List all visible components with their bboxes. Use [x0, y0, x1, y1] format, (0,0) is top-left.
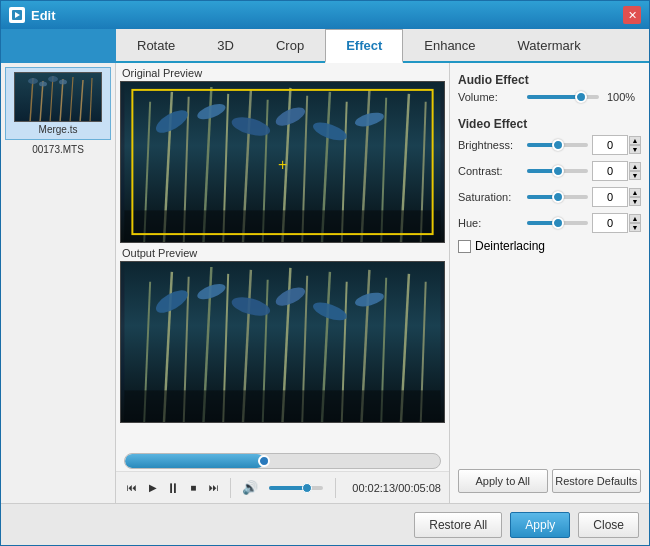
file-thumb-inner	[15, 73, 101, 121]
main-video-area: Original Preview	[116, 63, 449, 503]
controls-divider	[230, 478, 231, 498]
file-list: Merge.ts 00173.MTS	[1, 63, 116, 503]
audio-effect-section: Audio Effect Volume: 100%	[458, 73, 641, 109]
brightness-thumb[interactable]	[552, 139, 564, 151]
saturation-down[interactable]: ▼	[629, 197, 641, 206]
time-divider	[335, 478, 336, 498]
bottom-buttons: Restore All Apply Close	[1, 503, 649, 545]
brightness-value[interactable]: 0	[592, 135, 628, 155]
file-item-merge[interactable]: Merge.ts	[5, 67, 111, 140]
video-effect-title: Video Effect	[458, 117, 641, 131]
svg-rect-2	[15, 73, 102, 122]
time-display: 00:02:13/00:05:08	[352, 482, 441, 494]
hue-label: Hue:	[458, 217, 523, 229]
previews-area: Original Preview	[116, 63, 449, 449]
saturation-value[interactable]: 0	[592, 187, 628, 207]
svg-point-12	[48, 76, 58, 82]
volume-fill-audio	[527, 95, 581, 99]
tabs-bar: Rotate 3D Crop Effect Enhance Watermark	[116, 29, 649, 63]
volume-slider[interactable]	[269, 486, 324, 490]
contrast-track[interactable]	[527, 169, 588, 173]
original-video-inner: +	[121, 82, 444, 242]
right-panel: Audio Effect Volume: 100% Video Effect B…	[449, 63, 649, 503]
volume-icon: 🔊	[239, 479, 261, 497]
play-button[interactable]: ▶	[144, 479, 160, 497]
file-item-mts[interactable]: 00173.MTS	[5, 140, 111, 159]
volume-label: Volume:	[458, 91, 523, 103]
svg-point-10	[28, 78, 38, 84]
hue-up[interactable]: ▲	[629, 214, 641, 223]
brightness-down[interactable]: ▼	[629, 145, 641, 154]
hue-down[interactable]: ▼	[629, 223, 641, 232]
brightness-spinbox: 0 ▲ ▼	[592, 135, 641, 155]
saturation-track[interactable]	[527, 195, 588, 199]
timeline-bar[interactable]	[124, 453, 441, 469]
timeline-thumb[interactable]	[258, 455, 270, 467]
skip-fwd-button[interactable]: ⏭	[206, 479, 222, 497]
brightness-up[interactable]: ▲	[629, 136, 641, 145]
tab-rotate[interactable]: Rotate	[116, 29, 196, 61]
brightness-track[interactable]	[527, 143, 588, 147]
hue-arrows: ▲ ▼	[629, 214, 641, 232]
saturation-row: Saturation: 0 ▲ ▼	[458, 187, 641, 207]
file-name-mts: 00173.MTS	[32, 144, 84, 155]
right-panel-buttons: Apply to All Restore Defaults	[458, 469, 641, 493]
tab-watermark[interactable]: Watermark	[497, 29, 602, 61]
file-name-merge: Merge.ts	[39, 124, 78, 135]
output-video-inner	[121, 262, 444, 422]
saturation-thumb[interactable]	[552, 191, 564, 203]
hue-thumb[interactable]	[552, 217, 564, 229]
deinterlace-row: Deinterlacing	[458, 239, 641, 253]
hue-value[interactable]: 0	[592, 213, 628, 233]
hue-row: Hue: 0 ▲ ▼	[458, 213, 641, 233]
svg-point-11	[39, 82, 47, 87]
restore-defaults-button[interactable]: Restore Defaults	[552, 469, 642, 493]
skip-back-button[interactable]: ⏮	[124, 479, 140, 497]
original-video-svg: +	[121, 82, 444, 242]
pause-button[interactable]: ⏸	[165, 479, 181, 497]
contrast-arrows: ▲ ▼	[629, 162, 641, 180]
hue-spinbox: 0 ▲ ▼	[592, 213, 641, 233]
contrast-spinbox: 0 ▲ ▼	[592, 161, 641, 181]
volume-thumb[interactable]	[302, 483, 312, 493]
app-icon	[9, 7, 25, 23]
tab-enhance[interactable]: Enhance	[403, 29, 496, 61]
apply-button[interactable]: Apply	[510, 512, 570, 538]
hue-track[interactable]	[527, 221, 588, 225]
deinterlace-label: Deinterlacing	[475, 239, 545, 253]
svg-text:+: +	[278, 156, 287, 173]
output-preview-video	[120, 261, 445, 423]
window-title: Edit	[31, 8, 623, 23]
contrast-up[interactable]: ▲	[629, 162, 641, 171]
saturation-up[interactable]: ▲	[629, 188, 641, 197]
apply-to-all-button[interactable]: Apply to All	[458, 469, 548, 493]
contrast-value[interactable]: 0	[592, 161, 628, 181]
volume-value: 100%	[607, 91, 641, 103]
svg-rect-61	[124, 390, 440, 422]
tab-effect[interactable]: Effect	[325, 29, 403, 63]
original-preview-section: Original Preview	[120, 67, 445, 243]
restore-all-button[interactable]: Restore All	[414, 512, 502, 538]
output-preview-label: Output Preview	[120, 247, 445, 259]
tab-3d[interactable]: 3D	[196, 29, 255, 61]
original-preview-video: +	[120, 81, 445, 243]
volume-track[interactable]	[527, 95, 599, 99]
file-thumb-merge	[14, 72, 102, 122]
content-area: Merge.ts 00173.MTS Original Preview	[1, 63, 649, 503]
saturation-arrows: ▲ ▼	[629, 188, 641, 206]
svg-rect-36	[124, 210, 440, 242]
tab-crop[interactable]: Crop	[255, 29, 325, 61]
original-preview-label: Original Preview	[120, 67, 445, 79]
titlebar: Edit ✕	[1, 1, 649, 29]
output-preview-section: Output Preview	[120, 247, 445, 423]
saturation-spinbox: 0 ▲ ▼	[592, 187, 641, 207]
video-effect-section: Video Effect Brightness: 0 ▲ ▼	[458, 117, 641, 253]
close-window-button[interactable]: ✕	[623, 6, 641, 24]
contrast-down[interactable]: ▼	[629, 171, 641, 180]
close-button[interactable]: Close	[578, 512, 639, 538]
timeline-area[interactable]	[116, 449, 449, 471]
deinterlace-checkbox[interactable]	[458, 240, 471, 253]
contrast-thumb[interactable]	[552, 165, 564, 177]
stop-button[interactable]: ■	[185, 479, 201, 497]
volume-thumb-audio[interactable]	[575, 91, 587, 103]
